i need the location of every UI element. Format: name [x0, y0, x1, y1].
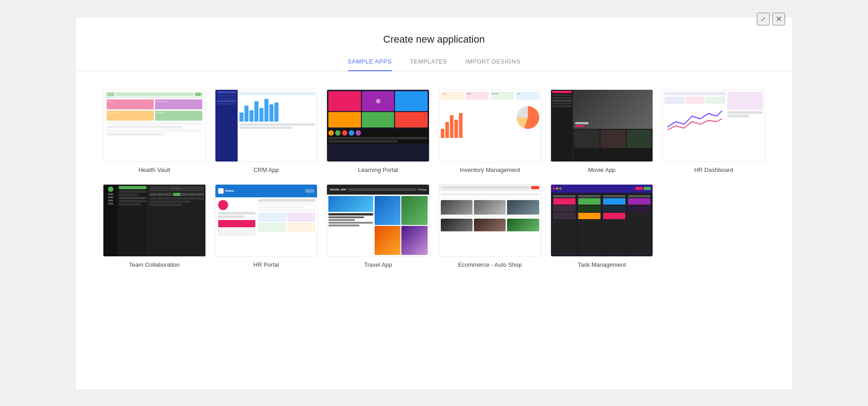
app-label-crm-app: CRM App — [254, 166, 279, 173]
app-card-ecommerce-auto-shop[interactable]: Ecommerce - Auto Shop — [439, 184, 541, 268]
app-label-ecommerce-auto-shop: Ecommerce - Auto Shop — [458, 261, 522, 268]
tab-templates[interactable]: TEMPLATES — [410, 58, 447, 71]
app-label-learning-portal: Learning Portal — [358, 166, 398, 173]
modal-title: Create new application — [383, 34, 485, 45]
app-thumbnail-learning-portal — [327, 89, 429, 162]
tab-sample-apps[interactable]: SAMPLE APPS — [348, 58, 392, 71]
app-card-travel-app[interactable]: TRAVEL APP Photos — [327, 184, 429, 268]
app-card-learning-portal[interactable]: Learning Portal — [327, 89, 429, 173]
app-card-team-collaboration[interactable]: Wed, Sep 22 Team Collaboration — [103, 184, 206, 268]
app-card-hr-dashboard[interactable]: HR Dashboard — [662, 89, 765, 173]
app-thumbnail-health-vault: 62 bpm 140/70 mmHg Calories 80% 200 mg/d… — [103, 89, 206, 162]
app-label-hr-dashboard: HR Dashboard — [694, 166, 733, 173]
app-thumbnail-movie-app — [551, 89, 653, 162]
tabs-bar: SAMPLE APPS TEMPLATES IMPORT DESIGNS — [76, 58, 792, 71]
app-thumbnail-hr-dashboard — [662, 89, 765, 162]
app-card-task-management[interactable]: Task Management — [551, 184, 653, 268]
app-thumbnail-hr-portal: Home — [215, 184, 318, 257]
app-thumbnail-team-collaboration: Wed, Sep 22 — [103, 184, 206, 257]
app-card-movie-app[interactable]: Movie App — [551, 89, 653, 173]
app-thumbnail-task-management — [551, 184, 653, 257]
modal-header: ⤢ ✕ Create new application SAMPLE APPS T… — [76, 17, 792, 71]
app-label-inventory-management: Inventory Management — [460, 166, 520, 173]
tab-import-designs[interactable]: IMPORT DESIGNS — [465, 58, 520, 71]
app-label-movie-app: Movie App — [588, 166, 616, 173]
app-label-health-vault: Health Vault — [138, 166, 170, 173]
create-application-modal: ⤢ ✕ Create new application SAMPLE APPS T… — [76, 17, 792, 389]
app-thumbnail-crm-app — [215, 89, 318, 162]
app-label-team-collaboration: Team Collaboration — [129, 261, 180, 268]
app-thumbnail-ecommerce-auto-shop — [439, 184, 541, 257]
close-button[interactable]: ✕ — [772, 13, 785, 25]
app-card-crm-app[interactable]: CRM App — [215, 89, 318, 173]
app-thumbnail-inventory-management: 1,256 5,612 $33,000 +10 — [439, 89, 541, 162]
app-card-health-vault[interactable]: 62 bpm 140/70 mmHg Calories 80% 200 mg/d… — [103, 89, 206, 173]
app-card-inventory-management[interactable]: 1,256 5,612 $33,000 +10 — [439, 89, 541, 173]
app-label-hr-portal: HR Portal — [254, 261, 279, 268]
app-card-hr-portal[interactable]: Home — [215, 184, 318, 268]
apps-grid: 62 bpm 140/70 mmHg Calories 80% 200 mg/d… — [76, 71, 792, 268]
collapse-button[interactable]: ⤢ — [757, 13, 770, 25]
app-label-travel-app: Travel App — [364, 261, 392, 268]
app-label-task-management: Task Management — [578, 261, 626, 268]
app-thumbnail-travel-app: TRAVEL APP Photos — [327, 184, 429, 257]
